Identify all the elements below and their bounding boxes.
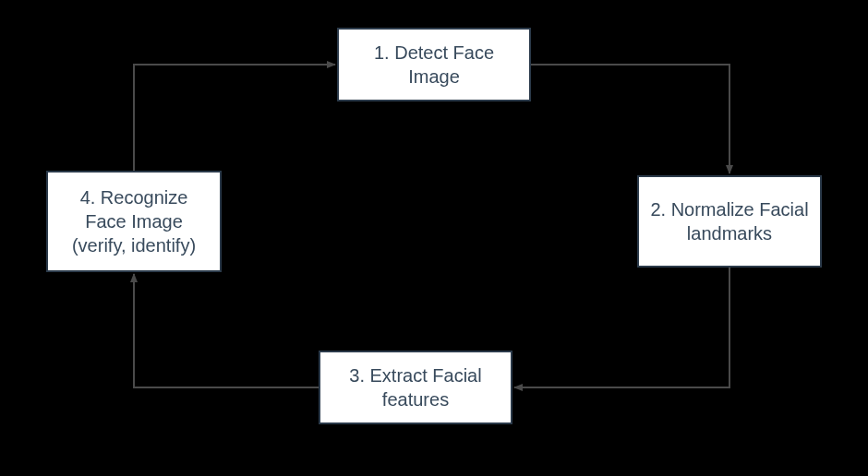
node-extract-features: 3. Extract Facial features <box>319 351 512 424</box>
edge-n1-n2 <box>531 65 729 173</box>
edge-n4-n1 <box>134 65 335 171</box>
node-label: 4. Recognize Face Image (verify, identif… <box>57 185 211 257</box>
node-label: 1. Detect Face Image <box>348 41 520 89</box>
diagram-canvas: 1. Detect Face Image 2. Normalize Facial… <box>0 0 868 476</box>
node-label: 2. Normalize Facial landmarks <box>648 197 811 245</box>
node-label: 3. Extract Facial features <box>330 363 501 411</box>
edge-n3-n4 <box>134 274 319 387</box>
node-recognize-face: 4. Recognize Face Image (verify, identif… <box>46 171 222 272</box>
node-detect-face: 1. Detect Face Image <box>337 28 531 101</box>
edge-n2-n3 <box>514 268 729 387</box>
node-normalize-landmarks: 2. Normalize Facial landmarks <box>637 175 822 268</box>
